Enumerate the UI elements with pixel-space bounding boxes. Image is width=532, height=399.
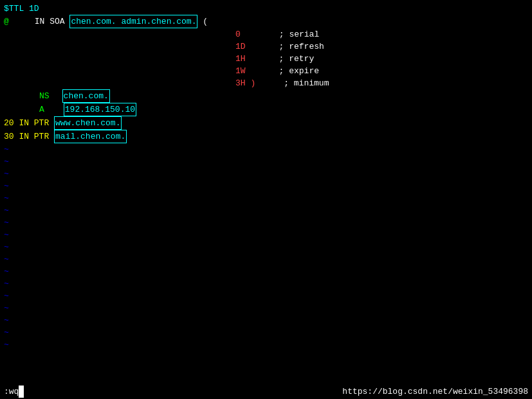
soa-paren: ( bbox=[197, 15, 208, 28]
ttl-text: $TTL 1D bbox=[4, 3, 39, 15]
ptr20-value: www.chen.com. bbox=[54, 116, 122, 130]
retry-val: 1H bbox=[235, 53, 246, 65]
tilde-line-5: ~ bbox=[4, 192, 528, 204]
refresh-comment: ; refresh bbox=[279, 40, 324, 53]
soa-at: @ bbox=[4, 15, 9, 28]
tilde-line-4: ~ bbox=[4, 180, 528, 192]
tilde-line-1: ~ bbox=[4, 143, 528, 155]
tilde-line-16: ~ bbox=[4, 326, 528, 339]
expire-line: 1W ; expire bbox=[4, 65, 528, 77]
a-value: 192.168.150.10 bbox=[64, 103, 136, 116]
tilde-line-6: ~ bbox=[4, 204, 528, 217]
expire-val: 1W bbox=[235, 65, 246, 77]
soa-line: @ IN SOA chen.com. admin.chen.com. ( bbox=[4, 15, 528, 28]
expire-comment: ; expire bbox=[279, 65, 319, 77]
tilde-line-13: ~ bbox=[4, 290, 528, 302]
ns-label: NS bbox=[39, 90, 50, 102]
tilde-line-10: ~ bbox=[4, 253, 528, 265]
refresh-line: 1D ; refresh bbox=[4, 40, 528, 53]
tilde-line-8: ~ bbox=[4, 229, 528, 241]
tilde-line-3: ~ bbox=[4, 168, 528, 180]
status-bar: :wq https://blog.csdn.net/weixin_5349639… bbox=[0, 384, 532, 399]
command-label: :wq bbox=[4, 387, 19, 396]
url-text: https://blog.csdn.net/weixin_53496398 bbox=[342, 386, 528, 398]
minimum-line: 3H ) ; minimum bbox=[4, 77, 528, 89]
tilde-line-14: ~ bbox=[4, 302, 528, 314]
refresh-val: 1D bbox=[235, 40, 246, 53]
tilde-line-7: ~ bbox=[4, 217, 528, 229]
soa-origin: chen.com. admin.chen.com. bbox=[69, 15, 197, 28]
serial-line: 0 ; serial bbox=[4, 28, 528, 40]
minimum-val: 3H ) bbox=[235, 77, 255, 89]
a-label: A bbox=[39, 103, 44, 116]
ptr30-record: 30 IN PTR bbox=[4, 130, 49, 143]
ttl-line: $TTL 1D bbox=[4, 3, 528, 15]
serial-comment: ; serial bbox=[279, 28, 319, 40]
ns-value: chen.com. bbox=[62, 89, 110, 103]
ptr30-line: 30 IN PTR mail.chen.com. bbox=[4, 130, 528, 143]
soa-in: IN SOA bbox=[35, 15, 65, 28]
minimum-comment: ; minimum bbox=[284, 77, 329, 89]
tilde-line-12: ~ bbox=[4, 278, 528, 290]
retry-comment: ; retry bbox=[279, 53, 315, 65]
tilde-line-2: ~ bbox=[4, 155, 528, 168]
tilde-line-9: ~ bbox=[4, 241, 528, 253]
tilde-char-2: ~ bbox=[4, 155, 9, 168]
tilde-line-11: ~ bbox=[4, 265, 528, 278]
ns-line: NS chen.com. bbox=[4, 89, 528, 103]
ptr20-record: 20 IN PTR bbox=[4, 117, 49, 129]
tilde-line-15: ~ bbox=[4, 314, 528, 326]
ptr30-value: mail.chen.com. bbox=[54, 130, 127, 143]
command-text[interactable]: :wq bbox=[4, 386, 24, 398]
ptr20-line: 20 IN PTR www.chen.com. bbox=[4, 116, 528, 130]
tilde-line-17: ~ bbox=[4, 339, 528, 351]
tilde-char-1: ~ bbox=[4, 143, 9, 155]
cursor bbox=[19, 386, 24, 398]
serial-val: 0 bbox=[235, 28, 241, 40]
a-line: A 192.168.150.10 bbox=[4, 103, 528, 116]
retry-line: 1H ; retry bbox=[4, 53, 528, 65]
terminal: $TTL 1D @ IN SOA chen.com. admin.chen.co… bbox=[0, 0, 532, 399]
